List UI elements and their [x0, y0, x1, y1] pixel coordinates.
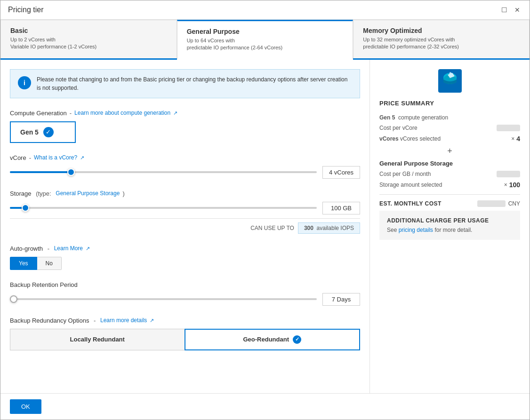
gen5-label: Gen 5 — [20, 128, 39, 136]
storage-slider-row: 100 GB — [10, 202, 360, 214]
storage-amount-row: Storage amount selected × 100 — [379, 181, 520, 189]
info-icon: i — [18, 76, 31, 89]
plus-divider: + — [379, 146, 520, 156]
storage-value: 100 GB — [322, 202, 360, 214]
vcores-selected-label: vCores vCores selected — [379, 135, 511, 142]
gen5-price-row: Gen 5 compute generation — [379, 114, 520, 121]
backup-track — [10, 298, 317, 300]
tab-memory-desc: Up to 32 memory optimized vCores withpre… — [363, 36, 520, 51]
cost-per-vcore-pill — [497, 125, 520, 131]
storage-section-title: General Purpose Storage — [379, 160, 520, 167]
backup-thumb[interactable] — [10, 295, 17, 303]
vcore-track — [10, 171, 317, 173]
tab-general-title: General Purpose — [187, 28, 344, 35]
tab-basic-title: Basic — [10, 27, 167, 34]
tier-tabs: Basic Up to 2 vCores withVariable IO per… — [0, 20, 530, 60]
est-monthly-label: EST. MONTHLY COST — [379, 200, 442, 207]
vcores-count: 4 — [516, 135, 520, 143]
auto-growth-yes[interactable]: Yes — [10, 257, 37, 270]
redundancy-locally[interactable]: Locally Redundant — [10, 329, 185, 350]
vcore-slider-row: 4 vCores — [10, 166, 360, 179]
vcore-value: 4 vCores — [322, 166, 360, 179]
auto-growth-toggle: Yes No — [10, 257, 360, 270]
vcore-fill — [10, 171, 71, 173]
compute-gen-link[interactable]: Learn more about compute generation — [74, 110, 170, 116]
left-panel: i Please note that changing to and from … — [0, 60, 369, 393]
auto-growth-label: Auto-growth - Learn More ↗ — [10, 245, 360, 252]
tab-basic[interactable]: Basic Up to 2 vCores withVariable IO per… — [0, 20, 177, 58]
backup-redundancy-section: Backup Redundancy Options - Learn more d… — [10, 317, 360, 350]
storage-section: Storage (type: General Purpose Storage )… — [10, 190, 360, 234]
compute-generation-section: Compute Generation - Learn more about co… — [10, 110, 360, 143]
redundancy-geo[interactable]: Geo-Redundant ✓ — [185, 329, 361, 350]
storage-slider-container[interactable] — [10, 203, 317, 213]
storage-thumb[interactable] — [22, 204, 29, 212]
iops-suffix: available IOPS — [317, 225, 354, 231]
backup-retention-section: Backup Retention Period 7 Days — [10, 281, 360, 306]
cost-per-gb-pill — [497, 171, 520, 177]
vcores-selected-row: vCores vCores selected × 4 — [379, 135, 520, 143]
pricing-details-link[interactable]: pricing details — [399, 227, 433, 233]
additional-charge-text: See pricing details for more detail. — [387, 227, 513, 233]
storage-type-link[interactable]: General Purpose Storage — [56, 190, 120, 197]
geo-check: ✓ — [293, 335, 301, 344]
storage-label: Storage (type: General Purpose Storage ) — [10, 190, 360, 197]
auto-growth-no[interactable]: No — [37, 257, 62, 270]
redundancy-tabs: Locally Redundant Geo-Redundant ✓ — [10, 329, 360, 350]
tab-memory[interactable]: Memory Optimized Up to 32 memory optimiz… — [353, 20, 530, 58]
ok-button[interactable]: OK — [10, 399, 41, 414]
tab-basic-desc: Up to 2 vCores withVariable IO performan… — [10, 36, 167, 51]
backup-value: 7 Days — [322, 293, 360, 306]
backup-redundancy-label: Backup Redundancy Options - Learn more d… — [10, 317, 360, 324]
additional-charge-title: ADDITIONAL CHARGE PER USAGE — [387, 217, 513, 224]
backup-slider-row: 7 Days — [10, 293, 360, 306]
iops-prefix: CAN USE UP TO — [250, 225, 294, 231]
est-value: CNY — [477, 200, 520, 207]
tab-general[interactable]: General Purpose Up to 64 vCores withpred… — [177, 20, 353, 60]
cost-per-vcore-row: Cost per vCore — [379, 125, 520, 131]
main-content: i Please note that changing to and from … — [0, 60, 530, 393]
title-bar: Pricing tier ☐ ✕ — [0, 0, 530, 20]
tab-general-desc: Up to 64 vCores withpredictable IO perfo… — [187, 37, 344, 52]
auto-growth-link[interactable]: Learn More — [54, 245, 83, 252]
gen5-price-label: Gen 5 compute generation — [379, 114, 520, 121]
storage-amount-value: 100 — [509, 181, 520, 189]
additional-charge: ADDITIONAL CHARGE PER USAGE See pricing … — [379, 211, 520, 240]
gen5-check: ✓ — [43, 127, 54, 137]
vcore-link[interactable]: What is a vCore? — [34, 154, 77, 161]
gen5-selector[interactable]: Gen 5 ✓ — [10, 121, 76, 143]
cost-per-gb-row: Cost per GB / month — [379, 171, 520, 177]
tab-memory-title: Memory Optimized — [363, 27, 520, 34]
storage-track — [10, 207, 317, 209]
close-button[interactable]: ✕ — [513, 5, 522, 15]
info-box: i Please note that changing to and from … — [10, 69, 360, 98]
iops-row: CAN USE UP TO 300 available IOPS — [10, 218, 360, 234]
iops-box: 300 available IOPS — [298, 222, 360, 234]
backup-redundancy-link[interactable]: Learn more details — [100, 317, 147, 324]
pricing-tier-window: Pricing tier ☐ ✕ Basic Up to 2 vCores wi… — [0, 0, 530, 420]
price-summary: PRICE SUMMARY Gen 5 compute generation C… — [370, 60, 530, 249]
vcore-label: vCore - What is a vCore? ↗ — [10, 154, 360, 161]
window-controls: ☐ ✕ — [499, 5, 522, 15]
cost-per-gb-label: Cost per GB / month — [379, 171, 497, 177]
footer: OK — [0, 393, 530, 420]
storage-amount-label: Storage amount selected — [379, 182, 504, 188]
minimize-button[interactable]: ☐ — [499, 5, 509, 15]
backup-slider[interactable] — [10, 294, 317, 304]
vcore-section: vCore - What is a vCore? ↗ 4 vCores — [10, 154, 360, 179]
window-title: Pricing tier — [8, 6, 44, 14]
iops-value: 300 — [304, 225, 313, 231]
divider — [379, 194, 520, 195]
product-icon-container — [379, 69, 520, 94]
auto-growth-section: Auto-growth - Learn More ↗ Yes No — [10, 245, 360, 270]
vcore-slider-container[interactable] — [10, 167, 317, 177]
est-currency: CNY — [508, 200, 520, 207]
backup-retention-label: Backup Retention Period — [10, 281, 360, 288]
vcore-thumb[interactable] — [67, 168, 75, 176]
est-monthly-row: EST. MONTHLY COST CNY — [379, 200, 520, 207]
compute-gen-label: Compute Generation - Learn more about co… — [10, 110, 360, 117]
cost-per-vcore-label: Cost per vCore — [379, 125, 497, 131]
product-icon — [438, 69, 462, 93]
info-message: Please note that changing to and from th… — [37, 75, 352, 92]
right-panel: PRICE SUMMARY Gen 5 compute generation C… — [369, 60, 530, 393]
